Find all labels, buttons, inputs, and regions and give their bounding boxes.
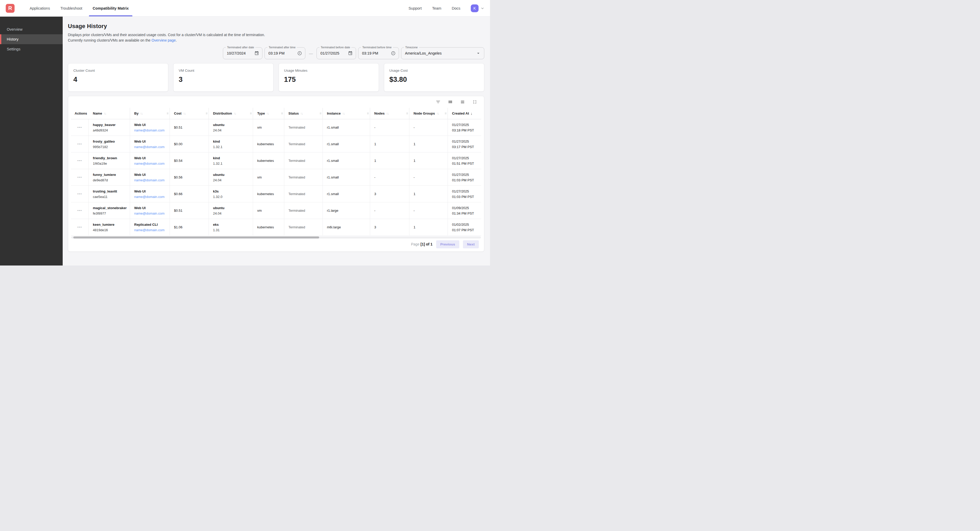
tab-troubleshoot[interactable]: Troubleshoot [56, 0, 86, 16]
vm-count-value: 3 [179, 76, 268, 84]
clock-icon[interactable] [391, 51, 396, 55]
column-header-instance[interactable]: Instance↑↓= [323, 108, 370, 119]
column-resize-handle[interactable]: = [206, 112, 208, 115]
replicated-logo[interactable]: R [6, 4, 14, 13]
sort-icon[interactable]: ↑↓ [266, 111, 269, 115]
terminated-after-date-label: Terminated after date [226, 46, 255, 49]
previous-page-button[interactable]: Previous [436, 240, 459, 248]
column-header-node-groups[interactable]: Node Groups↑↓= [409, 108, 448, 119]
sidebar-item-history[interactable]: History [0, 34, 63, 44]
terminated-before-time-field[interactable]: Terminated before time 03:19 PM [358, 47, 399, 59]
cell-type: kubernetes [253, 186, 284, 202]
column-header-nodes[interactable]: Nodes↑↓= [370, 108, 409, 119]
column-header-created-at[interactable]: Created At↓ [448, 108, 481, 119]
column-resize-handle[interactable]: = [406, 112, 408, 115]
created-date: 01/27/2025 [452, 123, 481, 127]
cell-by: Web UIname@domain.com [130, 119, 170, 136]
column-header-type[interactable]: Type↑↓= [253, 108, 284, 119]
link-support[interactable]: Support [409, 6, 422, 10]
sort-icon[interactable]: ↑↓ [234, 111, 236, 115]
column-header-status[interactable]: Status↑↓= [284, 108, 323, 119]
row-actions-button[interactable]: ••• [77, 143, 82, 146]
column-header-name[interactable]: Name↑↓ [89, 108, 130, 119]
created-by-email-link[interactable]: name@domain.com [134, 162, 170, 165]
sort-icon[interactable]: ↑↓ [183, 111, 185, 115]
row-actions-button[interactable]: ••• [77, 160, 82, 162]
page-indicator: Page [1] of 1 [411, 242, 432, 246]
pagination: Page [1] of 1 Previous Next [68, 238, 484, 252]
created-time: 03:18 PM PST [452, 128, 481, 132]
fullscreen-icon[interactable] [473, 100, 477, 105]
created-by-email-link[interactable]: name@domain.com [134, 211, 170, 216]
created-by-email-link[interactable]: name@domain.com [134, 178, 170, 182]
cell-node-groups: 1 [409, 152, 448, 169]
terminated-after-time-label: Terminated after time [267, 46, 297, 49]
instance-value: r1.large [327, 209, 370, 212]
horizontal-scrollbar[interactable] [71, 236, 481, 238]
row-actions-button[interactable]: ••• [77, 226, 82, 228]
calendar-icon[interactable] [348, 51, 353, 55]
created-time: 01:03 PM PST [452, 178, 481, 182]
timezone-value: America/Los_Angeles [405, 51, 442, 55]
column-resize-handle[interactable]: = [445, 112, 447, 115]
calendar-icon[interactable] [255, 51, 259, 55]
terminated-before-date-field[interactable]: Terminated before date 01/27/2025 [317, 47, 356, 59]
link-docs[interactable]: Docs [452, 6, 460, 10]
row-actions-button[interactable]: ••• [77, 126, 82, 129]
column-header-by[interactable]: By↑↓= [130, 108, 170, 119]
scrollbar-thumb[interactable] [73, 236, 319, 238]
columns-icon[interactable] [448, 100, 453, 105]
terminated-before-time-label: Terminated before time [361, 46, 393, 49]
tab-compatibility-matrix[interactable]: Compatibility Matrix [88, 0, 133, 16]
cell-node-groups: - [409, 119, 448, 136]
overview-page-link[interactable]: Overview page [151, 38, 175, 42]
sidebar: Overview History Settings [0, 17, 63, 265]
instance-value: r1.small [327, 125, 370, 129]
cell-name: friendly_brown1f40a19e [89, 152, 130, 169]
cell-instance: r1.small [323, 136, 370, 152]
cell-cost: $0.56 [170, 169, 209, 185]
timezone-select[interactable]: Timezone America/Los_Angeles [401, 47, 484, 59]
terminated-after-date-field[interactable]: Terminated after date 10/27/2024 [223, 47, 262, 59]
distribution-name: kind [213, 156, 253, 160]
column-header-distribution[interactable]: Distribution↑↓= [209, 108, 253, 119]
account-menu[interactable]: K [471, 5, 485, 12]
row-actions-button[interactable]: ••• [77, 209, 82, 212]
sort-icon[interactable]: ↑↓ [342, 111, 345, 115]
next-page-button[interactable]: Next [463, 240, 479, 248]
terminated-after-time-field[interactable]: Terminated after time 03:19 PM [264, 47, 305, 59]
instance-value: r1.small [327, 142, 370, 146]
terminated-after-date-value: 10/27/2024 [227, 51, 246, 55]
link-team[interactable]: Team [432, 6, 441, 10]
filter-icon[interactable] [436, 100, 441, 105]
sort-icon[interactable]: ↑↓ [103, 111, 106, 115]
column-resize-handle[interactable]: = [167, 112, 169, 115]
column-header-cost[interactable]: Cost↑↓= [170, 108, 209, 119]
created-by-email-link[interactable]: name@domain.com [134, 195, 170, 199]
cluster-id: fe3f8977 [93, 211, 130, 216]
cell-created-at: 01/27/202503:17 PM PST [448, 136, 481, 152]
column-resize-handle[interactable]: = [367, 112, 369, 115]
distribution-version: 1.32.0 [213, 195, 253, 199]
sort-desc-icon[interactable]: ↓ [471, 111, 473, 116]
density-icon[interactable] [460, 100, 465, 105]
created-by-email-link[interactable]: name@domain.com [134, 228, 170, 232]
created-by-email-link[interactable]: name@domain.com [134, 145, 170, 149]
sidebar-item-settings[interactable]: Settings [0, 44, 63, 54]
sort-icon[interactable]: ↑↓ [301, 111, 303, 115]
cell-distribution: kind1.32.1 [209, 152, 253, 169]
clock-icon[interactable] [297, 51, 302, 55]
row-actions-button[interactable]: ••• [77, 176, 82, 179]
sort-icon[interactable]: ↑↓ [436, 111, 439, 115]
sidebar-item-overview[interactable]: Overview [0, 24, 63, 34]
column-resize-handle[interactable]: = [250, 112, 252, 115]
row-actions-button[interactable]: ••• [77, 193, 82, 195]
column-resize-handle[interactable]: = [281, 112, 283, 115]
created-by-email-link[interactable]: name@domain.com [134, 128, 170, 132]
column-resize-handle[interactable]: = [320, 112, 321, 115]
tab-applications[interactable]: Applications [25, 0, 54, 16]
sort-icon[interactable]: ↑↓ [140, 111, 143, 115]
dropdown-caret-icon [476, 51, 481, 56]
avatar[interactable]: K [471, 5, 479, 12]
sort-icon[interactable]: ↑↓ [386, 111, 388, 115]
